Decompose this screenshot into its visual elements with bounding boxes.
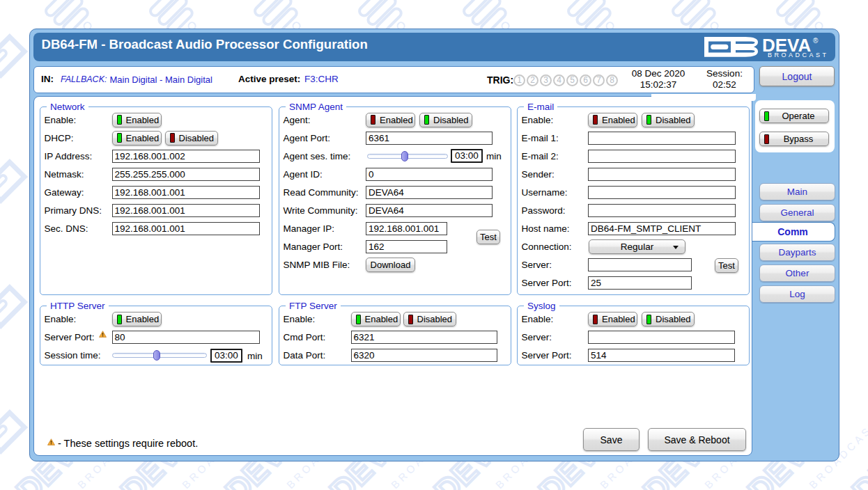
- svg-text:BROADCAST: BROADCAST: [768, 52, 829, 58]
- svg-text:®: ®: [813, 37, 819, 45]
